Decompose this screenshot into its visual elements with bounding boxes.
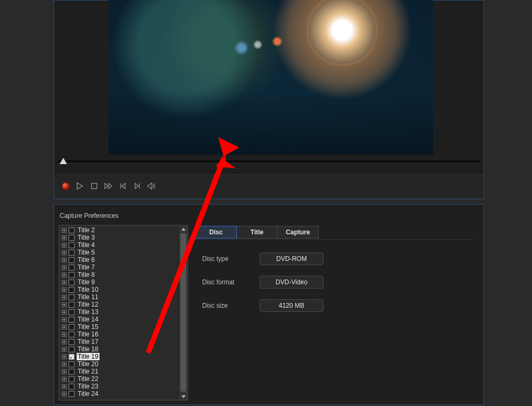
title-label[interactable]: Title 8 — [77, 271, 96, 278]
scroll-up-button[interactable] — [179, 226, 187, 232]
title-label[interactable]: Title 21 — [77, 368, 99, 375]
expand-icon[interactable] — [62, 235, 66, 240]
title-list-scrollbar[interactable] — [179, 226, 187, 400]
title-checkbox[interactable] — [69, 280, 74, 285]
expand-icon[interactable] — [62, 310, 66, 315]
title-row[interactable]: Title 16 — [61, 331, 179, 338]
expand-icon[interactable] — [62, 287, 66, 292]
title-checkbox[interactable] — [69, 354, 74, 360]
title-row[interactable]: Title 2 — [61, 226, 179, 234]
title-label[interactable]: Title 10 — [77, 286, 99, 293]
title-checkbox[interactable] — [69, 317, 74, 323]
title-row[interactable]: Title 6 — [61, 256, 179, 264]
title-checkbox[interactable] — [69, 309, 74, 315]
scrollbar-thumb[interactable] — [180, 233, 186, 392]
scrub-track[interactable] — [57, 160, 480, 164]
expand-icon[interactable] — [62, 265, 66, 270]
title-row[interactable]: Title 10 — [61, 286, 179, 293]
title-row[interactable]: Title 20 — [61, 360, 179, 368]
title-row[interactable]: Title 13 — [61, 308, 179, 316]
title-checkbox[interactable] — [69, 257, 74, 263]
expand-icon[interactable] — [62, 377, 66, 382]
title-label[interactable]: Title 12 — [77, 301, 99, 308]
title-label[interactable]: Title 2 — [77, 226, 96, 234]
title-checkbox[interactable] — [69, 384, 74, 390]
title-label[interactable]: Title 6 — [77, 256, 96, 264]
title-checkbox[interactable] — [69, 227, 74, 233]
title-label[interactable]: Title 5 — [77, 249, 96, 256]
title-checkbox[interactable] — [69, 376, 74, 382]
expand-icon[interactable] — [62, 258, 66, 263]
title-checkbox[interactable] — [69, 250, 74, 256]
title-checkbox[interactable] — [69, 369, 74, 375]
expand-icon[interactable] — [62, 273, 66, 277]
expand-icon[interactable] — [62, 369, 66, 374]
title-checkbox[interactable] — [69, 324, 74, 330]
title-row[interactable]: Title 15 — [61, 323, 179, 331]
title-row[interactable]: Title 12 — [61, 301, 179, 308]
record-button[interactable] — [61, 181, 70, 191]
disc-type-value[interactable]: DVD-ROM — [260, 252, 323, 265]
expand-icon[interactable] — [62, 384, 66, 389]
title-checkbox[interactable] — [69, 287, 74, 293]
title-checkbox[interactable] — [69, 242, 74, 248]
title-checkbox[interactable] — [69, 391, 74, 397]
title-label[interactable]: Title 18 — [77, 345, 99, 353]
title-label[interactable]: Title 19 — [77, 353, 99, 360]
expand-icon[interactable] — [62, 243, 66, 248]
scrub-handle[interactable] — [60, 158, 67, 164]
expand-icon[interactable] — [62, 332, 66, 337]
title-label[interactable]: Title 13 — [77, 308, 99, 316]
expand-icon[interactable] — [62, 317, 66, 322]
expand-icon[interactable] — [62, 250, 66, 255]
title-row[interactable]: Title 9 — [61, 278, 179, 286]
disc-size-value[interactable]: 4120 MB — [260, 299, 323, 312]
title-row[interactable]: Title 11 — [61, 293, 179, 301]
title-checkbox[interactable] — [69, 265, 74, 270]
expand-icon[interactable] — [62, 392, 66, 396]
title-label[interactable]: Title 16 — [77, 331, 99, 338]
title-checkbox[interactable] — [69, 272, 74, 278]
title-row[interactable]: Title 8 — [61, 271, 179, 278]
stop-button[interactable] — [89, 181, 99, 191]
title-label[interactable]: Title 22 — [77, 375, 99, 383]
title-row[interactable]: Title 19 — [61, 353, 179, 360]
title-label[interactable]: Title 7 — [77, 264, 96, 271]
expand-icon[interactable] — [62, 302, 66, 307]
expand-icon[interactable] — [62, 354, 66, 359]
title-checkbox[interactable] — [69, 332, 74, 337]
expand-icon[interactable] — [62, 325, 66, 329]
tab-disc[interactable]: Disc — [195, 226, 237, 239]
title-label[interactable]: Title 4 — [77, 241, 96, 249]
expand-icon[interactable] — [62, 347, 66, 352]
title-row[interactable]: Title 21 — [61, 368, 179, 375]
scroll-down-button[interactable] — [179, 393, 187, 400]
title-row[interactable]: Title 18 — [61, 345, 179, 353]
title-checkbox[interactable] — [69, 235, 74, 241]
expand-icon[interactable] — [62, 340, 66, 344]
disc-format-value[interactable]: DVD-Video — [260, 276, 323, 289]
title-row[interactable]: Title 23 — [61, 383, 179, 390]
fast-forward-button[interactable] — [104, 181, 113, 191]
play-button[interactable] — [75, 181, 85, 191]
title-label[interactable]: Title 9 — [77, 278, 96, 286]
title-row[interactable]: Title 3 — [61, 234, 179, 241]
title-row[interactable]: Title 24 — [61, 390, 179, 397]
title-row[interactable]: Title 7 — [61, 264, 179, 271]
expand-icon[interactable] — [62, 228, 66, 233]
title-label[interactable]: Title 3 — [77, 234, 96, 241]
title-list[interactable]: Title 2Title 3Title 4Title 5Title 6Title… — [60, 226, 179, 400]
step-back-button[interactable] — [118, 181, 128, 191]
title-label[interactable]: Title 24 — [77, 390, 99, 397]
step-forward-button[interactable] — [132, 181, 142, 191]
title-row[interactable]: Title 5 — [61, 249, 179, 256]
title-row[interactable]: Title 22 — [61, 375, 179, 383]
title-row[interactable]: Title 17 — [61, 338, 179, 345]
title-row[interactable]: Title 4 — [61, 241, 179, 249]
title-label[interactable]: Title 17 — [77, 338, 99, 345]
title-label[interactable]: Title 20 — [77, 360, 99, 368]
expand-icon[interactable] — [62, 295, 66, 300]
title-label[interactable]: Title 11 — [77, 293, 99, 301]
title-label[interactable]: Title 15 — [77, 323, 99, 331]
tab-title[interactable]: Title — [236, 226, 278, 239]
